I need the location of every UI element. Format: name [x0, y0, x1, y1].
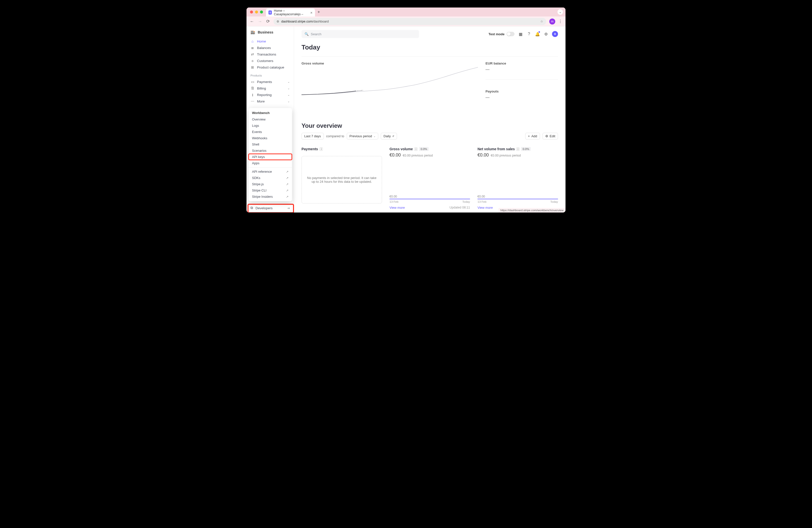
- popout-overview[interactable]: Overview: [248, 116, 292, 122]
- today-summary: Gross volume EUR balance — Payouts —: [302, 57, 558, 110]
- popout-divider: [248, 167, 292, 167]
- gross-volume-card-title: Gross volume: [390, 147, 413, 151]
- comparison-selector[interactable]: Previous period⌄: [347, 133, 378, 140]
- eur-balance-value: —: [485, 67, 558, 72]
- popout-api-reference[interactable]: API reference↗: [248, 168, 292, 175]
- search-placeholder: Search: [311, 32, 321, 36]
- info-icon[interactable]: i: [414, 147, 418, 151]
- granularity-selector[interactable]: Daily⇵: [381, 133, 397, 140]
- change-badge: 0.0%: [521, 147, 531, 151]
- nav-more[interactable]: ⋯More⌄: [248, 98, 292, 104]
- nav-product-catalogue[interactable]: ⊞Product catalogue: [248, 64, 292, 71]
- popout-shell[interactable]: Shell: [248, 141, 292, 147]
- nav-transactions[interactable]: ⇄Transactions: [248, 51, 292, 58]
- popout-scenarios[interactable]: Scenarios: [248, 147, 292, 154]
- axis-value: €0.00: [390, 195, 470, 198]
- gross-previous: €0.00 previous period: [403, 154, 433, 157]
- maximize-window-icon[interactable]: [260, 11, 263, 14]
- catalogue-icon: ⊞: [250, 65, 255, 69]
- browser-menu-button[interactable]: ⋮: [558, 19, 563, 24]
- overview-cards: Payments i No payments in selected time …: [302, 147, 558, 209]
- nav-customers[interactable]: ⍟Customers: [248, 58, 292, 64]
- nav-reporting[interactable]: ⫿Reporting⌄: [248, 91, 292, 98]
- external-link-icon: ↗: [286, 170, 289, 174]
- reload-button[interactable]: ⟳: [265, 19, 271, 24]
- browser-tabbar: S Home – Casaplayacorralejo – × + ⌄: [246, 8, 566, 16]
- business-name: Business: [258, 30, 273, 34]
- url-host: dashboard.stripe.com/dashboard: [281, 19, 329, 23]
- axis-value: €0.00: [478, 195, 558, 198]
- view-more-link[interactable]: View more: [478, 206, 493, 209]
- net-amount: €0.00: [478, 152, 489, 158]
- products-header: Products: [246, 71, 294, 78]
- customers-icon: ⍟: [250, 59, 255, 63]
- date-range-selector[interactable]: Last 7 days: [302, 133, 324, 140]
- compared-to-label: compared to: [326, 134, 344, 138]
- net-previous: €0.00 previous period: [491, 154, 521, 157]
- nav-balances[interactable]: ≣Balances: [248, 44, 292, 51]
- nav-home[interactable]: ⌂Home: [248, 38, 292, 44]
- info-icon[interactable]: i: [516, 147, 520, 151]
- add-button[interactable]: +Add: [525, 133, 540, 140]
- forward-button[interactable]: →: [258, 19, 262, 24]
- url-input[interactable]: ⚙ dashboard.stripe.com/dashboard ☆: [274, 18, 546, 25]
- sidebar: 🏬 Business ⌂Home ≣Balances ⇄Transactions…: [246, 27, 294, 212]
- create-button[interactable]: +: [552, 31, 558, 37]
- apps-grid-icon[interactable]: ▦: [518, 32, 523, 36]
- stripe-app: 🏬 Business ⌂Home ≣Balances ⇄Transactions…: [246, 27, 566, 212]
- external-link-icon: ↗: [286, 195, 289, 199]
- notification-dot: [538, 31, 540, 33]
- popout-stripejs[interactable]: Stripe.js↗: [248, 181, 292, 187]
- popout-stripe-insiders[interactable]: Stripe Insiders↗: [248, 193, 292, 200]
- view-more-link[interactable]: View more: [390, 206, 405, 209]
- new-tab-button[interactable]: +: [318, 10, 320, 15]
- popout-api-keys[interactable]: API keys: [248, 154, 292, 160]
- chevron-down-icon: ⌄: [288, 80, 290, 84]
- business-switcher[interactable]: 🏬 Business: [246, 30, 294, 38]
- popout-apps[interactable]: Apps: [248, 160, 292, 166]
- info-icon[interactable]: i: [319, 147, 323, 151]
- edit-button[interactable]: ⚙Edit: [542, 133, 558, 140]
- status-bar-url: https://dashboard.stripe.com/workbench/o…: [498, 208, 566, 212]
- minimize-window-icon[interactable]: [255, 11, 258, 14]
- popout-sdks[interactable]: SDKs↗: [248, 175, 292, 181]
- app-topbar: 🔍 Search Test mode ▦ ? 🔔 ⚙ +: [302, 27, 558, 42]
- notifications-icon[interactable]: 🔔: [535, 32, 540, 36]
- browser-tab[interactable]: S Home – Casaplayacorralejo – ×: [266, 9, 315, 16]
- page-title-today: Today: [302, 44, 558, 51]
- site-settings-icon[interactable]: ⚙: [276, 20, 279, 23]
- terminal-icon: ⧉: [250, 206, 253, 210]
- net-volume-card: Net volume from sales i 0.0% €0.00 €0.00…: [478, 147, 558, 209]
- store-icon: 🏬: [250, 30, 255, 34]
- help-icon[interactable]: ?: [526, 32, 532, 36]
- bookmark-star-icon[interactable]: ☆: [540, 19, 543, 23]
- chevron-down-icon: ⌄: [374, 135, 376, 137]
- window-traffic-lights[interactable]: [250, 11, 263, 14]
- page-title-overview: Your overview: [302, 122, 558, 129]
- updown-icon: ⇵: [392, 135, 394, 137]
- profile-avatar[interactable]: m: [549, 18, 555, 25]
- search-input[interactable]: 🔍 Search: [302, 30, 419, 38]
- transactions-icon: ⇄: [250, 52, 255, 56]
- close-window-icon[interactable]: [250, 11, 253, 14]
- payouts-label: Payouts: [485, 89, 558, 93]
- popout-header: Workbench: [248, 109, 292, 116]
- nav-developers[interactable]: ⧉ Developers ⇥: [246, 203, 294, 212]
- popout-webhooks[interactable]: Webhooks: [248, 135, 292, 141]
- popout-events[interactable]: Events: [248, 129, 292, 135]
- close-tab-icon[interactable]: ×: [310, 11, 313, 15]
- nav-billing[interactable]: 🖻Billing⌄: [248, 85, 292, 91]
- pin-icon[interactable]: ⇥: [287, 206, 290, 210]
- settings-icon[interactable]: ⚙: [543, 32, 549, 36]
- external-link-icon: ↗: [286, 189, 289, 192]
- payments-icon: ▭: [250, 80, 255, 84]
- net-volume-card-title: Net volume from sales: [478, 147, 515, 151]
- toggle-switch[interactable]: [507, 32, 514, 36]
- tabbar-overflow-button[interactable]: ⌄: [557, 9, 563, 15]
- popout-stripe-cli[interactable]: Stripe CLI↗: [248, 187, 292, 193]
- chevron-down-icon: ⌄: [288, 93, 290, 97]
- nav-payments[interactable]: ▭Payments⌄: [248, 78, 292, 85]
- back-button[interactable]: ←: [249, 19, 255, 24]
- popout-logs[interactable]: Logs: [248, 122, 292, 129]
- test-mode-toggle[interactable]: Test mode: [489, 32, 514, 36]
